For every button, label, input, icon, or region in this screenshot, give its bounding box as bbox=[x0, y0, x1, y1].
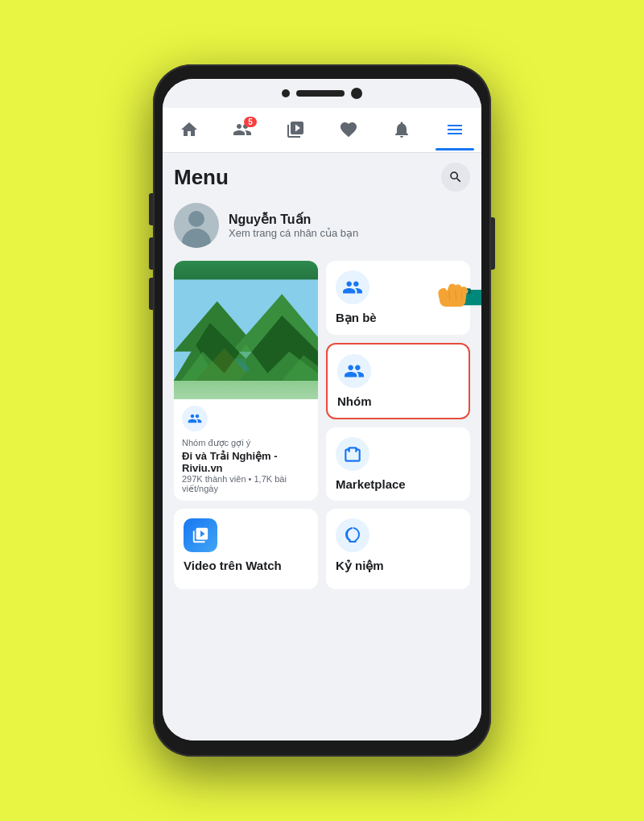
bell-icon bbox=[392, 120, 411, 144]
heart-icon bbox=[339, 120, 358, 144]
marketplace-card[interactable]: Marketplace bbox=[326, 427, 470, 501]
memories-card-icon bbox=[336, 518, 369, 552]
menu-header: Menu bbox=[174, 163, 470, 192]
menu-icon bbox=[445, 120, 464, 144]
status-bar bbox=[163, 79, 481, 108]
avatar bbox=[174, 203, 219, 248]
profile-name: Nguyễn Tuấn bbox=[229, 212, 358, 227]
suggested-group-card[interactable]: Nhóm được gợi ý Đi và Trải Nghiệm - Rivi… bbox=[174, 261, 318, 501]
marketplace-label: Marketplace bbox=[336, 477, 460, 491]
friends-badge: 5 bbox=[244, 117, 257, 127]
group-title: Đi và Trải Nghiệm - Riviu.vn bbox=[182, 450, 310, 474]
nav-dating[interactable] bbox=[329, 117, 368, 151]
search-button[interactable] bbox=[441, 163, 470, 192]
watch-card[interactable]: Video trên Watch bbox=[174, 509, 318, 589]
group-image bbox=[174, 261, 318, 399]
search-icon bbox=[448, 170, 463, 184]
nav-menu[interactable] bbox=[436, 117, 474, 151]
nav-bar: 5 bbox=[163, 108, 481, 153]
camera-front bbox=[351, 88, 362, 99]
group-tag: Nhóm được gợi ý bbox=[182, 438, 310, 448]
home-icon bbox=[180, 120, 199, 144]
groups-card-icon bbox=[337, 354, 371, 388]
friends-card-icon bbox=[336, 270, 369, 304]
pointing-hand bbox=[431, 276, 481, 320]
nav-watch[interactable] bbox=[276, 117, 315, 151]
main-content: Menu Nguyễn Tuấn Xem trang cá nhân của b… bbox=[163, 153, 481, 741]
watch-icon bbox=[286, 120, 305, 144]
groups-label: Nhóm bbox=[337, 394, 459, 408]
profile-subtitle: Xem trang cá nhân của bạn bbox=[229, 227, 358, 239]
watch-card-icon bbox=[184, 518, 217, 552]
speaker bbox=[296, 90, 345, 97]
bottom-grid: Video trên Watch Kỷ niệm bbox=[174, 509, 470, 589]
friends-card[interactable]: Bạn bè bbox=[326, 261, 470, 335]
menu-grid: Nhóm được gợi ý Đi và Trải Nghiệm - Rivi… bbox=[174, 261, 470, 501]
nav-home[interactable] bbox=[170, 117, 208, 151]
image-card-body: Nhóm được gợi ý Đi và Trải Nghiệm - Rivi… bbox=[174, 399, 318, 501]
profile-row[interactable]: Nguyễn Tuấn Xem trang cá nhân của bạn bbox=[174, 203, 470, 248]
page-title: Menu bbox=[174, 165, 229, 190]
memories-card[interactable]: Kỷ niệm bbox=[326, 509, 470, 589]
watch-label: Video trên Watch bbox=[184, 559, 282, 572]
group-meta: 297K thành viên • 1,7K bài viết/ngày bbox=[182, 474, 310, 494]
phone-frame: 5 bbox=[153, 64, 491, 757]
camera-notch bbox=[282, 88, 362, 99]
nav-notifications[interactable] bbox=[382, 117, 421, 151]
group-card-icon bbox=[182, 406, 208, 431]
nav-friends[interactable]: 5 bbox=[223, 117, 262, 151]
profile-info: Nguyễn Tuấn Xem trang cá nhân của bạn bbox=[229, 212, 358, 239]
memories-label: Kỷ niệm bbox=[336, 559, 460, 573]
groups-card[interactable]: Nhóm bbox=[326, 343, 470, 419]
camera-dot bbox=[282, 89, 290, 97]
phone-screen: 5 bbox=[163, 79, 481, 741]
marketplace-card-icon bbox=[336, 437, 369, 471]
